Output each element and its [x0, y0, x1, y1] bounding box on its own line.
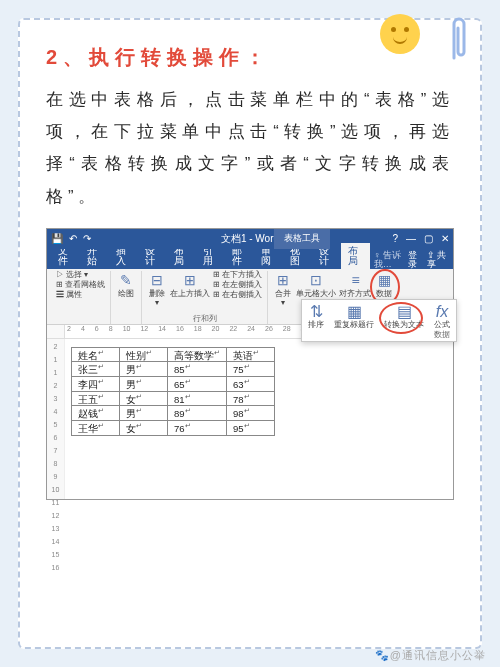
word-titlebar: 💾 ↶ ↷ 文档1 - Word 表格工具 ? — ▢ ✕	[47, 229, 453, 249]
table-row[interactable]: 张三↵男↵85↵75↵	[72, 362, 275, 377]
draw-icon: ✎	[116, 271, 136, 289]
table-cell[interactable]: 76↵	[168, 420, 227, 435]
table-header[interactable]: 性别↵	[120, 347, 168, 362]
table-header[interactable]: 高等数学↵	[168, 347, 227, 362]
ribbon-group-rows-cols: ⊟ 删除▾ ⊞ 在上方插入 ⊞ 在下方插入 ⊞ 在左侧插入 ⊞ 在右侧插入 行和…	[142, 271, 268, 324]
table-row[interactable]: 王五↵女↵81↵78↵	[72, 391, 275, 406]
alignment-icon: ≡	[345, 271, 365, 289]
table-cell[interactable]: 王五↵	[72, 391, 120, 406]
formula-icon: fx	[436, 304, 448, 320]
data-icon: ▦	[374, 271, 394, 289]
group-label-rows-cols: 行和列	[147, 315, 262, 324]
table-cell[interactable]: 男↵	[120, 362, 168, 377]
contextual-tab-group: 表格工具	[274, 229, 330, 249]
sort-icon: ⇅	[310, 304, 323, 320]
account-link[interactable]: 登录	[408, 251, 421, 269]
table-row[interactable]: 王华↵女↵76↵95↵	[72, 420, 275, 435]
table-cell[interactable]: 张三↵	[72, 362, 120, 377]
insert-below-button[interactable]: ⊞ 在下方插入	[213, 271, 262, 279]
float-group-label: 数据	[308, 331, 450, 339]
word-screenshot: 💾 ↶ ↷ 文档1 - Word 表格工具 ? — ▢ ✕ 文件 开始 插入 设…	[46, 228, 454, 500]
table-cell[interactable]: 89↵	[168, 406, 227, 421]
table-cell[interactable]: 98↵	[227, 406, 275, 421]
tell-me-search[interactable]: ♀ 告诉我…	[374, 251, 408, 269]
table-cell[interactable]: 赵钱↵	[72, 406, 120, 421]
table-cell[interactable]: 95↵	[227, 420, 275, 435]
table-cell[interactable]: 63↵	[227, 377, 275, 392]
merge-icon: ⊞	[273, 271, 293, 289]
ruler-vertical: 2112345678910111213141516	[47, 339, 65, 499]
data-dropdown-panel: ⇅ 排序 ▦ 重复标题行 ▤ 转换为文本 fx 公式	[301, 299, 457, 342]
table-row[interactable]: 赵钱↵男↵89↵98↵	[72, 406, 275, 421]
tab-table-layout[interactable]: 布局	[341, 243, 370, 269]
insert-right-button[interactable]: ⊞ 在右侧插入	[213, 291, 262, 299]
table-cell[interactable]: 李四↵	[72, 377, 120, 392]
merge-button[interactable]: ⊞ 合并▾	[273, 271, 293, 307]
table-cell[interactable]: 男↵	[120, 377, 168, 392]
table-header[interactable]: 姓名↵	[72, 347, 120, 362]
table-cell[interactable]: 75↵	[227, 362, 275, 377]
draw-button[interactable]: ✎ 绘图	[116, 271, 136, 298]
convert-icon: ▤	[397, 304, 412, 320]
delete-icon: ⊟	[147, 271, 167, 289]
repeat-header-button[interactable]: ▦ 重复标题行	[334, 304, 374, 329]
select-button[interactable]: ▷ 选择 ▾	[56, 271, 105, 279]
document-area: 2112345678910111213141516 姓名↵性别↵高等数学↵英语↵…	[47, 339, 453, 499]
table-cell[interactable]: 女↵	[120, 420, 168, 435]
insert-above-icon: ⊞	[180, 271, 200, 289]
properties-button[interactable]: ☰ 属性	[56, 291, 105, 299]
step-body: 在选中表格后，点击菜单栏中的“表格”选项，在下拉菜单中点击“转换”选项，再选择“…	[46, 83, 454, 212]
insert-above-button[interactable]: ⊞ 在上方插入	[170, 271, 210, 298]
paperclip-decoration	[448, 12, 470, 68]
table-header[interactable]: 英语↵	[227, 347, 275, 362]
watermark: 🐾@通讯信息小公举	[375, 648, 486, 663]
ribbon-group-draw: ✎ 绘图	[111, 271, 142, 324]
table-cell[interactable]: 81↵	[168, 391, 227, 406]
cell-size-icon: ⊡	[306, 271, 326, 289]
minimize-icon[interactable]: —	[406, 234, 416, 244]
convert-to-text-button[interactable]: ▤ 转换为文本	[384, 304, 424, 329]
ribbon-tabs: 文件 开始 插入 设计 布局 引用 邮件 审阅 视图 设计 布局 ♀ 告诉我… …	[47, 249, 453, 269]
view-gridlines-button[interactable]: ⊞ 查看网格线	[56, 281, 105, 289]
data-table[interactable]: 姓名↵性别↵高等数学↵英语↵ 张三↵男↵85↵75↵李四↵男↵65↵63↵王五↵…	[71, 347, 275, 436]
repeat-header-icon: ▦	[347, 304, 362, 320]
table-cell[interactable]: 王华↵	[72, 420, 120, 435]
table-cell[interactable]: 男↵	[120, 406, 168, 421]
help-icon[interactable]: ?	[392, 234, 398, 244]
share-button[interactable]: ⇪ 共享	[427, 251, 447, 269]
close-icon[interactable]: ✕	[441, 234, 449, 244]
table-row[interactable]: 李四↵男↵65↵63↵	[72, 377, 275, 392]
delete-button[interactable]: ⊟ 删除▾	[147, 271, 167, 307]
sort-button[interactable]: ⇅ 排序	[308, 304, 324, 329]
table-cell[interactable]: 85↵	[168, 362, 227, 377]
table-cell[interactable]: 78↵	[227, 391, 275, 406]
ribbon-group-table: ▷ 选择 ▾ ⊞ 查看网格线 ☰ 属性	[51, 271, 111, 324]
smiley-decoration	[380, 14, 420, 54]
formula-button[interactable]: fx 公式	[434, 304, 450, 329]
table-cell[interactable]: 65↵	[168, 377, 227, 392]
restore-icon[interactable]: ▢	[424, 234, 433, 244]
insert-left-button[interactable]: ⊞ 在左侧插入	[213, 281, 262, 289]
table-cell[interactable]: 女↵	[120, 391, 168, 406]
